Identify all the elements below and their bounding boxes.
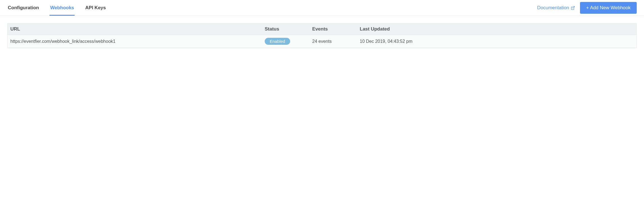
documentation-label: Documentation [537,5,569,11]
cell-last-updated: 10 Dec 2019, 04:43:52 pm [357,39,636,44]
tab-webhooks[interactable]: Webhooks [49,0,75,16]
table-header-row: URL Status Events Last Updated [8,24,636,35]
tab-label: Configuration [8,5,39,11]
page-header: Configuration Webhooks API Keys Document… [0,0,644,16]
page-content: URL Status Events Last Updated https://e… [0,16,644,55]
cell-status: Enabled [262,38,309,45]
svg-line-0 [572,6,574,8]
cell-events: 24 events [309,39,357,44]
header-last-updated: Last Updated [357,26,636,32]
header-status: Status [262,26,309,32]
documentation-link[interactable]: Documentation [537,5,575,11]
tabs-nav: Configuration Webhooks API Keys [7,0,106,16]
tab-label: Webhooks [50,5,74,11]
table-row[interactable]: https://eventfier.com/webhook_link/acces… [8,35,636,48]
status-badge: Enabled [265,38,290,45]
add-webhook-button[interactable]: + Add New Webhook [580,2,637,14]
tab-configuration[interactable]: Configuration [7,0,39,16]
add-webhook-label: + Add New Webhook [586,5,631,10]
tab-label: API Keys [85,5,106,11]
cell-url: https://eventfier.com/webhook_link/acces… [8,39,262,44]
webhooks-table: URL Status Events Last Updated https://e… [7,23,637,48]
tab-api-keys[interactable]: API Keys [85,0,106,16]
header-url: URL [8,26,262,32]
external-link-icon [571,6,575,10]
header-actions: Documentation + Add New Webhook [537,2,637,14]
header-events: Events [309,26,357,32]
